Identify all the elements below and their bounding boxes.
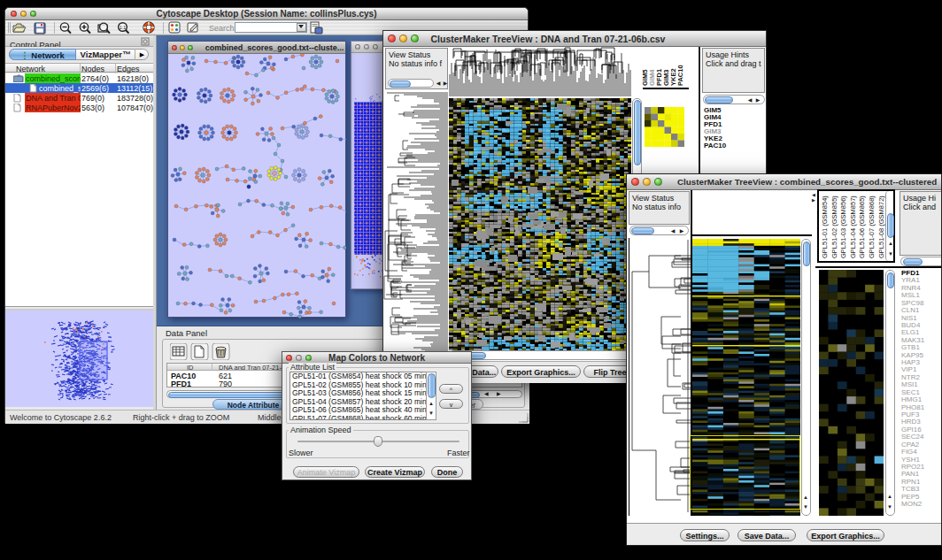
svg-text:Search:: Search: — [209, 24, 236, 33]
svg-text:1:1: 1:1 — [120, 25, 126, 30]
